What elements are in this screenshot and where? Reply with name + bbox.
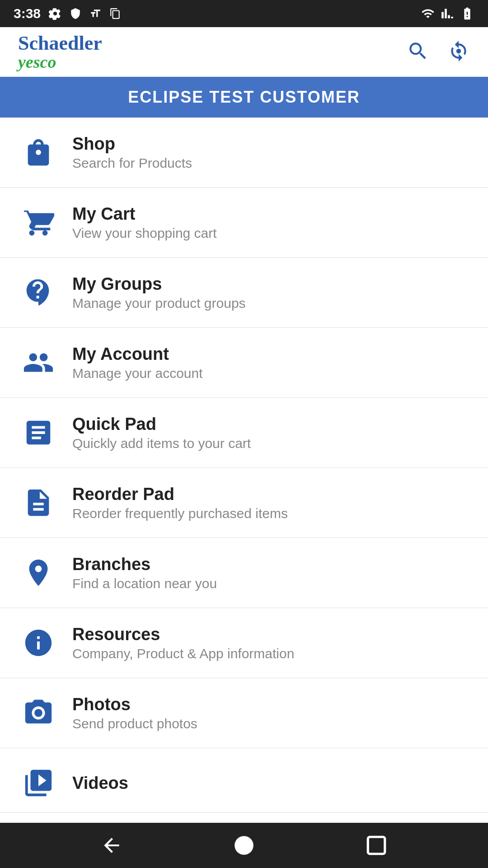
svg-point-1 — [235, 836, 253, 855]
menu-item-branches[interactable]: Branches Find a location near you — [0, 538, 488, 608]
quickpad-subtitle: Quickly add items to your cart — [72, 436, 251, 451]
photos-subtitle: Send product photos — [72, 716, 197, 731]
reorder-text: Reorder Pad Reorder frequently purchased… — [72, 485, 288, 521]
shop-subtitle: Search for Products — [72, 156, 192, 171]
cart-text: My Cart View your shopping cart — [72, 204, 217, 241]
reorder-icon — [23, 487, 54, 519]
cart-icon-wrap — [18, 202, 59, 243]
signal-icon — [441, 7, 454, 20]
reorder-subtitle: Reorder frequently purchased items — [72, 506, 288, 521]
font-icon — [89, 8, 101, 19]
shop-text: Shop Search for Products — [72, 134, 192, 171]
videos-title: Videos — [72, 774, 128, 793]
search-button[interactable] — [407, 40, 429, 64]
branches-text: Branches Find a location near you — [72, 555, 217, 591]
cart-subtitle: View your shopping cart — [72, 226, 217, 241]
menu-item-groups[interactable]: My Groups Manage your product groups — [0, 258, 488, 328]
photos-icon-wrap — [18, 693, 59, 733]
quickpad-icon-wrap — [18, 412, 59, 453]
status-right — [421, 6, 474, 21]
quickpad-title: Quick Pad — [72, 415, 251, 434]
account-icon — [23, 347, 54, 378]
shop-icon — [23, 137, 54, 168]
back-button[interactable] — [100, 834, 123, 857]
groups-text: My Groups Manage your product groups — [72, 274, 246, 311]
branches-icon — [23, 557, 54, 589]
customer-banner: ECLIPSE TEST CUSTOMER — [0, 77, 488, 118]
home-button[interactable] — [233, 834, 255, 857]
resources-icon-wrap — [18, 623, 59, 663]
resources-title: Resources — [72, 625, 294, 644]
bottom-navigation — [0, 823, 488, 868]
account-subtitle: Manage your account — [72, 366, 203, 381]
photos-text: Photos Send product photos — [72, 695, 197, 731]
groups-subtitle: Manage your product groups — [72, 296, 246, 311]
menu-item-shop[interactable]: Shop Search for Products — [0, 118, 488, 188]
wifi-icon — [421, 7, 435, 20]
resources-icon — [23, 627, 54, 659]
branches-icon-wrap — [18, 552, 59, 593]
photos-title: Photos — [72, 695, 197, 714]
resources-subtitle: Company, Product & App information — [72, 646, 294, 661]
groups-icon-wrap — [18, 272, 59, 313]
quickpad-text: Quick Pad Quickly add items to your cart — [72, 415, 251, 451]
svg-rect-2 — [368, 837, 385, 854]
shield-icon — [70, 8, 81, 19]
status-bar: 3:38 — [0, 0, 488, 27]
shop-icon-wrap — [18, 132, 59, 173]
status-time: 3:38 — [14, 6, 41, 21]
header: Schaedler yesco — [0, 27, 488, 77]
resources-text: Resources Company, Product & App informa… — [72, 625, 294, 661]
logo-schaedler: Schaedler — [18, 33, 102, 53]
logo-yesco: yesco — [18, 53, 102, 71]
cart-title: My Cart — [72, 204, 217, 224]
menu-item-reorder[interactable]: Reorder Pad Reorder frequently purchased… — [0, 468, 488, 538]
logo: Schaedler yesco — [18, 33, 102, 71]
groups-title: My Groups — [72, 274, 246, 294]
branches-subtitle: Find a location near you — [72, 576, 217, 591]
menu-item-photos[interactable]: Photos Send product photos — [0, 678, 488, 748]
videos-icon — [23, 767, 54, 799]
profile-button[interactable] — [447, 40, 470, 64]
quickpad-icon — [23, 417, 54, 448]
reorder-icon-wrap — [18, 482, 59, 523]
battery-icon — [460, 6, 474, 21]
menu-item-cart[interactable]: My Cart View your shopping cart — [0, 188, 488, 258]
photos-icon — [23, 697, 54, 729]
menu-item-quickpad[interactable]: Quick Pad Quickly add items to your cart — [0, 398, 488, 468]
cart-icon — [23, 207, 54, 238]
videos-icon-wrap — [18, 763, 59, 803]
menu-item-resources[interactable]: Resources Company, Product & App informa… — [0, 608, 488, 678]
reorder-title: Reorder Pad — [72, 485, 288, 504]
menu-item-account[interactable]: My Account Manage your account — [0, 328, 488, 398]
clipboard-icon — [109, 8, 121, 19]
menu-list: Shop Search for Products My Cart View yo… — [0, 118, 488, 823]
menu-item-videos[interactable]: Videos — [0, 748, 488, 813]
branches-title: Branches — [72, 555, 217, 574]
shop-title: Shop — [72, 134, 192, 154]
status-left: 3:38 — [14, 6, 121, 21]
account-title: My Account — [72, 344, 203, 364]
svg-point-0 — [456, 48, 461, 53]
header-icons — [407, 40, 470, 64]
account-text: My Account Manage your account — [72, 344, 203, 381]
groups-icon — [23, 277, 54, 308]
account-icon-wrap — [18, 342, 59, 383]
settings-icon — [49, 7, 61, 20]
recent-apps-button[interactable] — [365, 834, 388, 857]
videos-text: Videos — [72, 774, 128, 793]
